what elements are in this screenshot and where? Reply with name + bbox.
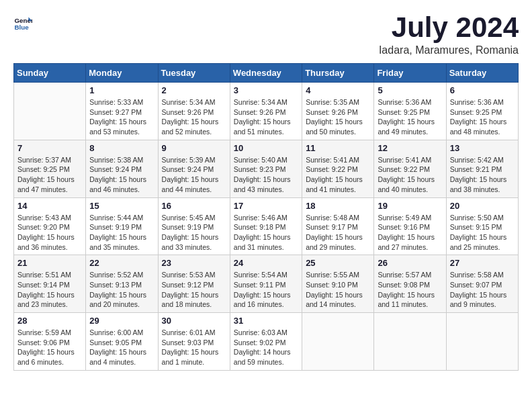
day-info: Sunrise: 5:55 AM Sunset: 9:10 PM Dayligh… (306, 270, 370, 310)
day-number: 30 (162, 316, 226, 326)
logo-icon: General Blue (13, 13, 32, 32)
day-number: 5 (378, 85, 442, 95)
day-info: Sunrise: 5:36 AM Sunset: 9:25 PM Dayligh… (450, 97, 515, 137)
logo: General Blue (13, 13, 32, 32)
calendar-cell: 10Sunrise: 5:40 AM Sunset: 9:23 PM Dayli… (230, 140, 302, 197)
day-info: Sunrise: 5:46 AM Sunset: 9:18 PM Dayligh… (234, 213, 298, 253)
day-info: Sunrise: 5:42 AM Sunset: 9:21 PM Dayligh… (450, 155, 515, 195)
calendar-cell (302, 313, 374, 371)
day-number: 27 (450, 258, 515, 268)
calendar-cell: 20Sunrise: 5:50 AM Sunset: 9:15 PM Dayli… (446, 197, 518, 255)
day-number: 7 (17, 143, 82, 153)
day-info: Sunrise: 5:41 AM Sunset: 9:22 PM Dayligh… (306, 155, 370, 195)
day-number: 25 (306, 258, 370, 268)
day-info: Sunrise: 5:54 AM Sunset: 9:11 PM Dayligh… (234, 270, 298, 310)
day-number: 31 (234, 316, 298, 326)
calendar-cell: 22Sunrise: 5:52 AM Sunset: 9:13 PM Dayli… (86, 255, 158, 313)
weekday-header: Tuesday (158, 64, 230, 83)
day-number: 22 (89, 258, 154, 268)
location-subtitle: Iadara, Maramures, Romania (379, 44, 519, 56)
calendar-table: SundayMondayTuesdayWednesdayThursdayFrid… (13, 63, 519, 371)
day-number: 9 (162, 143, 226, 153)
day-info: Sunrise: 5:44 AM Sunset: 9:19 PM Dayligh… (89, 213, 154, 253)
weekday-header: Monday (86, 64, 158, 83)
calendar-cell: 19Sunrise: 5:49 AM Sunset: 9:16 PM Dayli… (374, 197, 446, 255)
calendar-cell: 30Sunrise: 6:01 AM Sunset: 9:03 PM Dayli… (158, 313, 230, 371)
day-info: Sunrise: 5:37 AM Sunset: 9:25 PM Dayligh… (17, 155, 82, 195)
day-number: 13 (450, 143, 515, 153)
day-info: Sunrise: 6:03 AM Sunset: 9:02 PM Dayligh… (234, 328, 298, 367)
calendar-cell: 28Sunrise: 5:59 AM Sunset: 9:06 PM Dayli… (14, 313, 86, 371)
day-number: 11 (306, 143, 370, 153)
calendar-cell: 25Sunrise: 5:55 AM Sunset: 9:10 PM Dayli… (302, 255, 374, 313)
calendar-week-row: 1Sunrise: 5:33 AM Sunset: 9:27 PM Daylig… (14, 83, 519, 140)
calendar-cell: 16Sunrise: 5:45 AM Sunset: 9:19 PM Dayli… (158, 197, 230, 255)
calendar-header: SundayMondayTuesdayWednesdayThursdayFrid… (14, 64, 519, 83)
calendar-cell: 31Sunrise: 6:03 AM Sunset: 9:02 PM Dayli… (230, 313, 302, 371)
day-info: Sunrise: 5:34 AM Sunset: 9:26 PM Dayligh… (162, 97, 226, 137)
calendar-cell: 6Sunrise: 5:36 AM Sunset: 9:25 PM Daylig… (446, 83, 518, 140)
day-info: Sunrise: 5:39 AM Sunset: 9:24 PM Dayligh… (162, 155, 226, 195)
day-number: 1 (89, 85, 154, 95)
calendar-cell: 13Sunrise: 5:42 AM Sunset: 9:21 PM Dayli… (446, 140, 518, 197)
day-info: Sunrise: 5:58 AM Sunset: 9:07 PM Dayligh… (450, 270, 515, 310)
day-number: 10 (234, 143, 298, 153)
day-number: 29 (89, 316, 154, 326)
day-number: 6 (450, 85, 515, 95)
day-info: Sunrise: 5:53 AM Sunset: 9:12 PM Dayligh… (162, 270, 226, 310)
day-info: Sunrise: 5:38 AM Sunset: 9:24 PM Dayligh… (89, 155, 154, 195)
calendar-cell: 11Sunrise: 5:41 AM Sunset: 9:22 PM Dayli… (302, 140, 374, 197)
day-number: 23 (162, 258, 226, 268)
weekday-header: Friday (374, 64, 446, 83)
calendar-cell: 27Sunrise: 5:58 AM Sunset: 9:07 PM Dayli… (446, 255, 518, 313)
day-info: Sunrise: 5:50 AM Sunset: 9:15 PM Dayligh… (450, 213, 515, 253)
calendar-cell: 26Sunrise: 5:57 AM Sunset: 9:08 PM Dayli… (374, 255, 446, 313)
day-info: Sunrise: 5:51 AM Sunset: 9:14 PM Dayligh… (17, 270, 82, 310)
day-number: 14 (17, 201, 82, 211)
weekday-header: Saturday (446, 64, 518, 83)
calendar-cell: 21Sunrise: 5:51 AM Sunset: 9:14 PM Dayli… (14, 255, 86, 313)
day-info: Sunrise: 5:34 AM Sunset: 9:26 PM Dayligh… (234, 97, 298, 137)
calendar-cell: 15Sunrise: 5:44 AM Sunset: 9:19 PM Dayli… (86, 197, 158, 255)
calendar-body: 1Sunrise: 5:33 AM Sunset: 9:27 PM Daylig… (14, 83, 519, 371)
day-info: Sunrise: 5:48 AM Sunset: 9:17 PM Dayligh… (306, 213, 370, 253)
day-info: Sunrise: 5:59 AM Sunset: 9:06 PM Dayligh… (17, 328, 82, 367)
calendar-cell: 5Sunrise: 5:36 AM Sunset: 9:25 PM Daylig… (374, 83, 446, 140)
calendar-cell: 12Sunrise: 5:41 AM Sunset: 9:22 PM Dayli… (374, 140, 446, 197)
calendar-cell: 1Sunrise: 5:33 AM Sunset: 9:27 PM Daylig… (86, 83, 158, 140)
day-number: 19 (378, 201, 442, 211)
day-number: 21 (17, 258, 82, 268)
day-info: Sunrise: 5:35 AM Sunset: 9:26 PM Dayligh… (306, 97, 370, 137)
calendar-cell: 18Sunrise: 5:48 AM Sunset: 9:17 PM Dayli… (302, 197, 374, 255)
day-info: Sunrise: 6:01 AM Sunset: 9:03 PM Dayligh… (162, 328, 226, 367)
day-number: 26 (378, 258, 442, 268)
day-number: 15 (89, 201, 154, 211)
calendar-cell: 14Sunrise: 5:43 AM Sunset: 9:20 PM Dayli… (14, 197, 86, 255)
calendar-cell (374, 313, 446, 371)
svg-text:Blue: Blue (14, 24, 29, 31)
calendar-cell: 7Sunrise: 5:37 AM Sunset: 9:25 PM Daylig… (14, 140, 86, 197)
calendar-week-row: 7Sunrise: 5:37 AM Sunset: 9:25 PM Daylig… (14, 140, 519, 197)
day-info: Sunrise: 5:33 AM Sunset: 9:27 PM Dayligh… (89, 97, 154, 137)
calendar-week-row: 21Sunrise: 5:51 AM Sunset: 9:14 PM Dayli… (14, 255, 519, 313)
calendar-cell: 3Sunrise: 5:34 AM Sunset: 9:26 PM Daylig… (230, 83, 302, 140)
day-number: 20 (450, 201, 515, 211)
calendar-cell: 29Sunrise: 6:00 AM Sunset: 9:05 PM Dayli… (86, 313, 158, 371)
day-info: Sunrise: 5:41 AM Sunset: 9:22 PM Dayligh… (378, 155, 442, 195)
day-number: 24 (234, 258, 298, 268)
day-number: 17 (234, 201, 298, 211)
calendar-cell (14, 83, 86, 140)
day-number: 2 (162, 85, 226, 95)
calendar-cell: 4Sunrise: 5:35 AM Sunset: 9:26 PM Daylig… (302, 83, 374, 140)
weekday-header: Thursday (302, 64, 374, 83)
day-info: Sunrise: 6:00 AM Sunset: 9:05 PM Dayligh… (89, 328, 154, 367)
day-number: 28 (17, 316, 82, 326)
calendar-cell: 9Sunrise: 5:39 AM Sunset: 9:24 PM Daylig… (158, 140, 230, 197)
day-info: Sunrise: 5:49 AM Sunset: 9:16 PM Dayligh… (378, 213, 442, 253)
day-number: 16 (162, 201, 226, 211)
day-info: Sunrise: 5:36 AM Sunset: 9:25 PM Dayligh… (378, 97, 442, 137)
calendar-week-row: 14Sunrise: 5:43 AM Sunset: 9:20 PM Dayli… (14, 197, 519, 255)
weekday-header: Wednesday (230, 64, 302, 83)
calendar-cell: 23Sunrise: 5:53 AM Sunset: 9:12 PM Dayli… (158, 255, 230, 313)
title-area: July 2024 Iadara, Maramures, Romania (379, 13, 519, 56)
